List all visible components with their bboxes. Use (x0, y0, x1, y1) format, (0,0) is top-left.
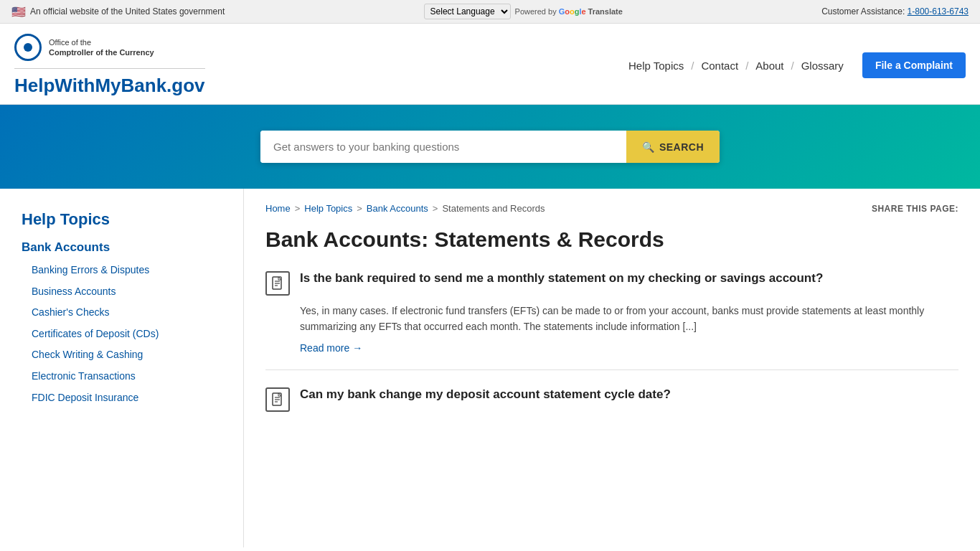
customer-label: Customer Assistance: (821, 6, 905, 17)
site-header: Office of the Comptroller of the Currenc… (0, 24, 980, 105)
list-item: Electronic Transactions (22, 369, 229, 384)
nav-help-topics[interactable]: Help Topics (623, 57, 689, 75)
article-excerpt: Yes, in many cases. If electronic fund t… (300, 303, 958, 335)
complaint-button[interactable]: File a Complaint (862, 52, 966, 78)
page-title: Bank Accounts: Statements & Records (265, 227, 958, 253)
article-title[interactable]: Is the bank required to send me a monthl… (300, 270, 823, 287)
nav-contact[interactable]: Contact (695, 57, 744, 75)
search-button[interactable]: 🔍 SEARCH (626, 131, 720, 163)
list-item: Certificates of Deposit (CDs) (22, 327, 229, 342)
logo-inner-circle (24, 43, 32, 52)
nav-about[interactable]: About (750, 57, 789, 75)
flag-icon: 🇺🇸 (11, 5, 26, 19)
language-select[interactable]: Select Language (424, 4, 511, 19)
article-title-2[interactable]: Can my bank change my deposit account st… (300, 386, 671, 403)
article-header-2: Can my bank change my deposit account st… (265, 386, 958, 412)
translate-text: Translate (588, 7, 623, 16)
language-selector-area: Select Language Powered by Google Transl… (424, 4, 623, 19)
article-header: Is the bank required to send me a monthl… (265, 270, 958, 296)
search-form: 🔍 SEARCH (260, 131, 720, 163)
share-label: SHARE THIS PAGE: (872, 204, 958, 214)
breadcrumb-sep-1: > (295, 203, 301, 214)
breadcrumb-help-topics[interactable]: Help Topics (304, 203, 352, 214)
sidebar-link-check-writing[interactable]: Check Writing & Cashing (32, 349, 143, 360)
customer-assistance: Customer Assistance: 1-800-613-6743 (821, 6, 969, 17)
search-icon: 🔍 (642, 141, 655, 153)
sidebar-link-business-accounts[interactable]: Business Accounts (32, 286, 116, 297)
nav-sep-2: / (745, 60, 748, 72)
breadcrumb-current: Statements and Records (442, 203, 545, 214)
search-banner: 🔍 SEARCH (0, 105, 980, 189)
content-area: Home > Help Topics > Bank Accounts > Sta… (244, 189, 980, 547)
breadcrumb: Home > Help Topics > Bank Accounts > Sta… (265, 203, 958, 214)
list-item: Banking Errors & Disputes (22, 263, 229, 278)
breadcrumb-sep-2: > (357, 203, 362, 214)
breadcrumb-left: Home > Help Topics > Bank Accounts > Sta… (265, 203, 545, 214)
nav-sep-1: / (691, 60, 694, 72)
search-input[interactable] (260, 131, 626, 163)
site-title-link[interactable]: HelpWithMyBank.gov (14, 75, 205, 97)
official-text: An official website of the United States… (30, 6, 225, 17)
nav-sep-3: / (791, 60, 794, 72)
read-more-link[interactable]: Read more → (300, 342, 362, 354)
sidebar-link-cds[interactable]: Certificates of Deposit (CDs) (32, 328, 159, 339)
list-item: Cashier's Checks (22, 306, 229, 320)
document-icon-2 (265, 387, 290, 412)
sidebar-section-bank-accounts[interactable]: Bank Accounts (22, 240, 229, 255)
google-logo: Google (559, 7, 586, 16)
sidebar: Help Topics Bank Accounts Banking Errors… (0, 189, 244, 547)
article-entry-partial: Can my bank change my deposit account st… (265, 386, 958, 412)
sidebar-link-cashiers-checks[interactable]: Cashier's Checks (32, 306, 110, 318)
sidebar-link-banking-errors[interactable]: Banking Errors & Disputes (32, 264, 149, 276)
sidebar-link-electronic-transactions[interactable]: Electronic Transactions (32, 370, 136, 382)
sidebar-link-fdic[interactable]: FDIC Deposit Insurance (32, 392, 138, 403)
breadcrumb-home[interactable]: Home (265, 203, 291, 214)
phone-link[interactable]: 1-800-613-6743 (908, 6, 969, 17)
sidebar-link-list: Banking Errors & Disputes Business Accou… (22, 263, 229, 405)
list-item: Check Writing & Cashing (22, 348, 229, 362)
article-entry: Is the bank required to send me a monthl… (265, 270, 958, 370)
list-item: FDIC Deposit Insurance (22, 391, 229, 405)
powered-by-text: Powered by (515, 7, 557, 16)
google-powered: Powered by Google Translate (515, 7, 623, 16)
breadcrumb-sep-3: > (433, 203, 438, 214)
occ-logo (14, 34, 42, 61)
main-nav: Help Topics / Contact / About / Glossary… (623, 52, 966, 78)
list-item: Business Accounts (22, 285, 229, 299)
breadcrumb-bank-accounts[interactable]: Bank Accounts (367, 203, 428, 214)
official-notice: 🇺🇸 An official website of the United Sta… (11, 5, 225, 19)
logo-text: Office of the Comptroller of the Currenc… (49, 37, 154, 58)
document-icon (265, 271, 290, 296)
nav-glossary[interactable]: Glossary (796, 57, 849, 75)
top-bar: 🇺🇸 An official website of the United Sta… (0, 0, 980, 24)
header-branding: Office of the Comptroller of the Currenc… (14, 34, 205, 97)
sidebar-title: Help Topics (22, 210, 229, 229)
main-content: Help Topics Bank Accounts Banking Errors… (0, 189, 980, 547)
logo-area: Office of the Comptroller of the Currenc… (14, 34, 205, 61)
